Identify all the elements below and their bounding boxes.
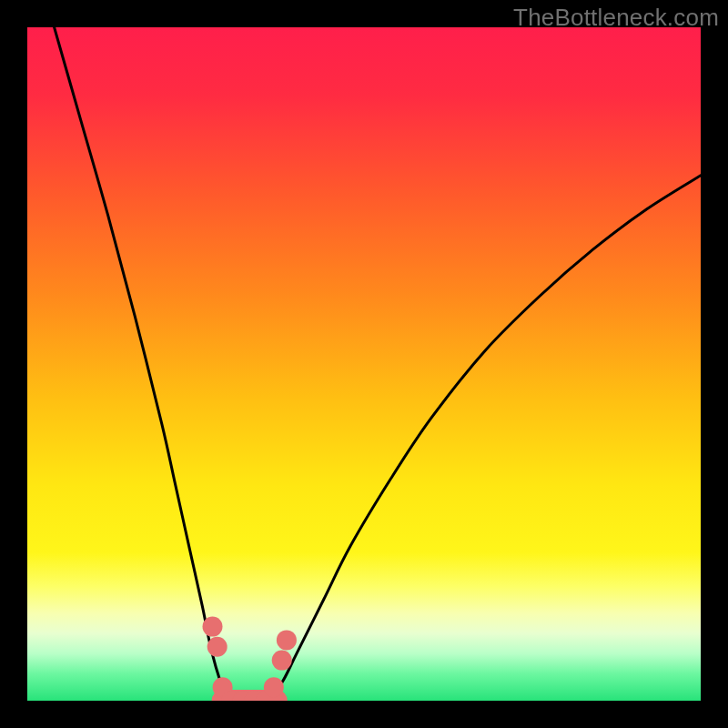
watermark-text: TheBottleneck.com xyxy=(513,4,719,32)
marker-dot xyxy=(277,630,297,650)
marker-dot xyxy=(264,677,284,697)
marker-dot xyxy=(203,617,223,637)
marker-dot xyxy=(207,637,228,657)
bottleneck-chart xyxy=(27,27,701,701)
marker-dot xyxy=(272,651,292,671)
plot-area xyxy=(27,27,701,701)
gradient-background xyxy=(27,27,701,701)
chart-frame: TheBottleneck.com xyxy=(0,0,728,728)
